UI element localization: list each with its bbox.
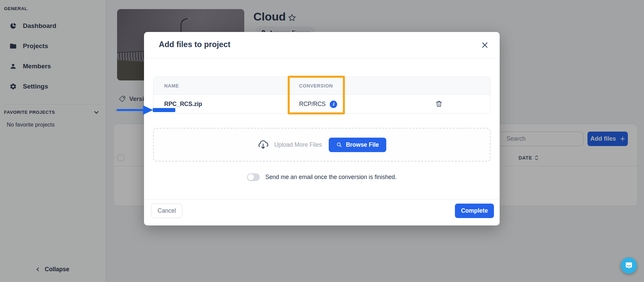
email-toggle[interactable] bbox=[247, 173, 260, 181]
modal-header-divider bbox=[144, 58, 500, 58]
toggle-knob bbox=[248, 174, 254, 180]
chat-launcher[interactable] bbox=[621, 257, 637, 274]
close-icon bbox=[481, 41, 489, 49]
chat-bubble-icon bbox=[624, 261, 633, 270]
browse-file-label: Browse File bbox=[346, 141, 379, 148]
upload-hint-text: Upload More Files bbox=[274, 141, 322, 148]
delete-file-button[interactable] bbox=[435, 100, 443, 108]
email-toggle-label: Send me an email once the conversion is … bbox=[265, 174, 396, 181]
app-screen: GENERAL Dashboard Projects Members Setti… bbox=[0, 0, 644, 282]
complete-button[interactable]: Complete bbox=[455, 204, 494, 218]
column-header-conversion: CONVERSION bbox=[299, 83, 373, 89]
modal-footer-divider bbox=[144, 199, 500, 200]
table-row: RPC_RCS.zip RCP/RCS i bbox=[153, 95, 490, 114]
close-button[interactable] bbox=[481, 41, 489, 49]
column-header-name: NAME bbox=[153, 83, 299, 89]
cancel-button[interactable]: Cancel bbox=[151, 204, 182, 218]
search-icon bbox=[336, 142, 342, 148]
upload-file-table: NAME CONVERSION RPC_RCS.zip RCP/RCS i bbox=[153, 77, 491, 114]
browse-file-button[interactable]: Browse File bbox=[329, 138, 386, 152]
modal-title: Add files to project bbox=[159, 40, 230, 49]
email-toggle-row: Send me an email once the conversion is … bbox=[144, 173, 500, 181]
add-files-modal: Add files to project NAME CONVERSION RPC… bbox=[144, 32, 500, 225]
file-name-cell: RPC_RCS.zip bbox=[153, 101, 299, 108]
table-header-row: NAME CONVERSION bbox=[153, 77, 490, 95]
upload-dropzone[interactable]: Upload More Files Browse File bbox=[153, 128, 491, 162]
trash-icon bbox=[435, 100, 443, 108]
cloud-upload-icon bbox=[257, 139, 269, 150]
info-icon[interactable]: i bbox=[330, 101, 337, 108]
conversion-value: RCP/RCS bbox=[299, 101, 326, 108]
